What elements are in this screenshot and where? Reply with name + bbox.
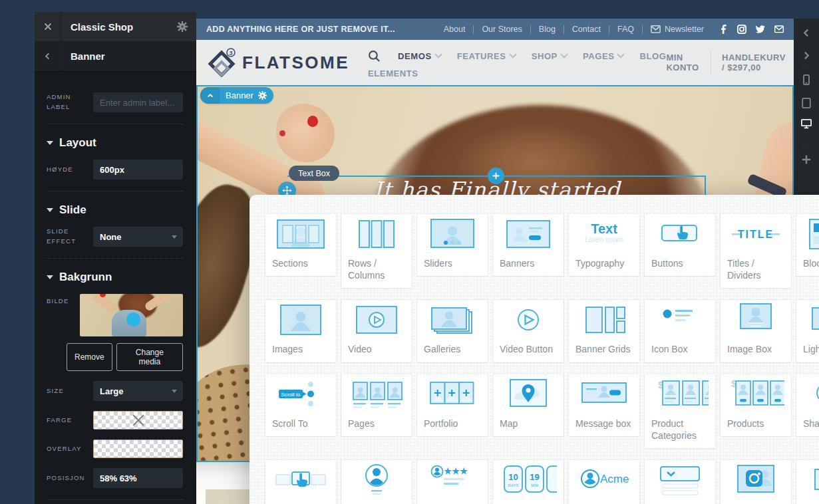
nav-item-label: SHOP xyxy=(532,51,558,61)
element-card-titles-dividers[interactable]: TITLETitles / Dividers xyxy=(721,214,791,288)
chevron-down-icon xyxy=(560,51,568,58)
topbar-links: AboutOur StoresBlogContactFAQNewsletter xyxy=(436,25,712,34)
element-card-galleries[interactable]: Galleries xyxy=(417,300,488,362)
element-card-accordion[interactable]: Accordion xyxy=(645,460,715,504)
element-card-pages[interactable]: Pages xyxy=(341,374,412,436)
search-icon[interactable] xyxy=(368,50,381,63)
testimonials-icon: ★★★ xyxy=(417,460,488,499)
share-icons-icon xyxy=(796,374,819,413)
element-card-instagram-feed[interactable]: Instagram feed xyxy=(721,460,791,504)
svg-text:10: 10 xyxy=(508,472,518,482)
size-select[interactable]: Large xyxy=(93,381,183,401)
element-card-scroll-to[interactable]: Scroll toScroll To xyxy=(265,374,336,436)
element-card-icon-box[interactable]: Icon Box xyxy=(645,300,715,362)
tablet-preview-icon[interactable] xyxy=(801,98,812,108)
nav-item-shop[interactable]: SHOP xyxy=(532,51,567,61)
element-card-banners[interactable]: Banners xyxy=(493,214,564,276)
element-card-images[interactable]: Images xyxy=(265,300,336,362)
desktop-preview-icon[interactable] xyxy=(801,118,812,129)
element-card-label: Testimonials xyxy=(417,499,488,504)
element-card-sections[interactable]: Sections xyxy=(265,214,336,276)
add-icon[interactable] xyxy=(802,155,811,164)
twitter-icon[interactable] xyxy=(756,25,765,34)
nav-item-blog[interactable]: BLOG xyxy=(639,51,666,61)
instagram-icon[interactable] xyxy=(737,25,746,34)
add-element-button[interactable] xyxy=(488,168,504,184)
element-card-rows-columns[interactable]: Rows / Columns xyxy=(341,214,412,288)
farge-swatch[interactable] xyxy=(93,411,183,430)
nav-item-demos[interactable]: DEMOS xyxy=(398,51,441,61)
element-card-buttons[interactable]: Buttons xyxy=(645,214,715,276)
overlay-swatch[interactable] xyxy=(93,440,183,458)
element-card-label: Rows / Columns xyxy=(341,253,412,288)
background-image-thumbnail[interactable] xyxy=(80,294,183,336)
back-chevron-icon[interactable] xyxy=(35,41,61,71)
phone-preview-icon[interactable] xyxy=(801,74,812,85)
element-card-testimonials[interactable]: ★★★Testimonials xyxy=(417,460,488,504)
element-card-tabs[interactable]: Tabs xyxy=(265,460,336,504)
sections-icon xyxy=(265,214,336,253)
section-slide[interactable]: Slide xyxy=(47,203,183,217)
element-card-map[interactable]: Map xyxy=(493,374,564,436)
element-card-products[interactable]: $Products xyxy=(721,374,791,436)
svg-text:Acme: Acme xyxy=(600,473,629,485)
topbar-link[interactable]: Contact xyxy=(564,25,609,34)
element-card-label: Instagram feed xyxy=(721,499,791,504)
hoyde-input[interactable] xyxy=(93,160,183,180)
element-card-video[interactable]: Video xyxy=(341,300,412,362)
topbar-link[interactable]: Our Stores xyxy=(474,25,530,34)
flatsome-logo[interactable]: 3 FLATSOME xyxy=(207,48,349,77)
element-card-label: Tabs xyxy=(265,499,336,504)
banner-chip[interactable]: Banner xyxy=(200,87,273,104)
section-layout[interactable]: Layout xyxy=(47,136,183,150)
nav-item-label: PAGES xyxy=(583,51,615,61)
element-card-sliders[interactable]: Sliders xyxy=(417,214,488,276)
element-card-search[interactable]: Search xyxy=(796,460,819,504)
galleries-icon xyxy=(417,300,488,338)
topbar-link[interactable]: Blog xyxy=(531,25,564,34)
min-konto-link[interactable]: MIN KONTO xyxy=(666,53,700,72)
section-bakgrunn[interactable]: Bakgrunn xyxy=(47,271,183,284)
email-icon[interactable] xyxy=(774,25,784,34)
element-card-team-member[interactable]: Team Member xyxy=(341,460,412,504)
topbar-link[interactable]: FAQ xyxy=(609,25,642,34)
element-card-countdown[interactable]: 10DAYS19MINCountdown xyxy=(493,460,564,504)
remove-button[interactable]: Remove xyxy=(67,343,112,371)
chip-collapse[interactable] xyxy=(200,87,220,104)
history-forward-icon[interactable] xyxy=(802,51,811,60)
nav-item-features[interactable]: FEATURES xyxy=(457,51,516,61)
topbar-link[interactable]: About xyxy=(436,25,474,34)
element-card-blocks[interactable]: Blocks xyxy=(796,214,819,276)
element-card-product-categories[interactable]: $Product Categories xyxy=(645,374,715,448)
nav-item-elements[interactable]: ELEMENTS xyxy=(368,68,418,78)
posisjon-row: POSISJON xyxy=(47,468,183,488)
element-card-message-box[interactable]: Message box xyxy=(569,374,639,436)
image-box-icon xyxy=(721,300,791,338)
element-card-portfolio[interactable]: Portfolio xyxy=(417,374,488,436)
element-card-logo[interactable]: AcmeLogo xyxy=(569,460,639,504)
cart-link[interactable]: HANDLEKURV / $297,00 xyxy=(722,53,790,72)
posisjon-input[interactable] xyxy=(93,468,183,488)
newsletter-link[interactable]: Newsletter xyxy=(643,25,712,34)
ux-builder-app: Classic Shop Banner ADMIN LABEL Layout H… xyxy=(0,0,819,504)
element-card-video-button[interactable]: Video Button xyxy=(493,300,564,362)
builder-gear-icon[interactable] xyxy=(177,21,188,32)
chip-gear-icon[interactable] xyxy=(258,91,267,100)
close-icon[interactable] xyxy=(35,12,61,41)
svg-text:DAYS: DAYS xyxy=(508,483,518,487)
no-color-icon xyxy=(131,413,146,428)
slide-effect-select[interactable]: None xyxy=(93,227,183,247)
facebook-icon[interactable] xyxy=(719,25,728,34)
divider xyxy=(711,51,711,74)
collapse-triangle-icon xyxy=(47,275,53,279)
element-card-banner-grids[interactable]: Banner Grids xyxy=(569,300,639,362)
builder-subheader: Banner xyxy=(35,41,196,72)
admin-label-input[interactable] xyxy=(93,92,183,112)
change-media-button[interactable]: Change media xyxy=(116,343,183,371)
history-back-icon[interactable] xyxy=(802,29,811,37)
nav-item-pages[interactable]: PAGES xyxy=(583,51,624,61)
element-card-lightbox[interactable]: Lightbox xyxy=(796,300,819,362)
element-card-image-box[interactable]: Image Box xyxy=(721,300,791,362)
element-card-typography[interactable]: TextLorem ipsumTypography xyxy=(569,214,639,276)
element-card-share-icons[interactable]: Share icons xyxy=(796,374,819,436)
